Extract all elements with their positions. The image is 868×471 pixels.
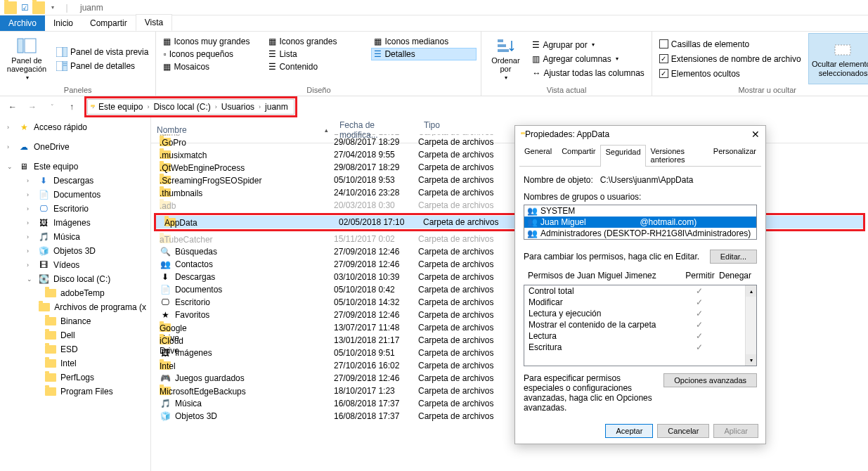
sort-by-button[interactable]: Ordenar por▾ bbox=[486, 33, 525, 84]
advanced-button[interactable]: Opciones avanzadas bbox=[663, 373, 757, 387]
group-current-view: Ordenar por▾ ☰Agrupar por▾ ▥Agregar colu… bbox=[481, 32, 652, 96]
scroll-up-icon[interactable]: ▴ bbox=[746, 285, 756, 297]
qat-dropdown-icon[interactable]: ▾ bbox=[46, 1, 59, 14]
checkbox-icon[interactable]: ☑ bbox=[18, 1, 31, 14]
layout-content[interactable]: ☰Contenido bbox=[266, 60, 371, 73]
nav-pane-button[interactable]: Panel de navegación ▾ bbox=[4, 33, 49, 84]
tree-folder-item[interactable]: PerfLogs bbox=[0, 370, 150, 385]
tree-pictures[interactable]: ›🖼Imágenes bbox=[0, 216, 150, 230]
tree-folder-item[interactable]: Intel bbox=[0, 356, 150, 370]
permissions-listbox[interactable]: Control total✓Modificar✓Lectura y ejecuc… bbox=[524, 285, 757, 366]
tree-documents[interactable]: ›📄Documentos bbox=[0, 188, 150, 202]
tree-folder-item[interactable]: Binance bbox=[0, 314, 150, 328]
tree-downloads[interactable]: ›⬇Descargas bbox=[0, 174, 150, 188]
folder-icon bbox=[32, 1, 45, 14]
ok-button[interactable]: Aceptar bbox=[605, 424, 653, 438]
permission-row: Mostrar el contenido de la carpeta✓ bbox=[524, 319, 756, 330]
breadcrumb-seg[interactable]: Disco local (C:) bbox=[150, 102, 213, 112]
up-button[interactable]: ↑ bbox=[65, 100, 79, 114]
cloud-icon: ☁ bbox=[18, 141, 30, 153]
star-icon: ★ bbox=[160, 309, 171, 321]
chevron-right-icon[interactable]: › bbox=[214, 103, 219, 110]
layout-tiles[interactable]: ▦Mosaicos bbox=[160, 60, 266, 73]
tab-file[interactable]: Archivo bbox=[0, 15, 45, 31]
svg-rect-11 bbox=[835, 45, 850, 55]
scrollbar[interactable]: ▴ ▾ bbox=[745, 285, 756, 366]
sort-asc-icon: ▴ bbox=[325, 127, 328, 134]
recent-dropdown[interactable]: ˅ bbox=[45, 100, 59, 114]
tab-home[interactable]: Inicio bbox=[45, 15, 82, 31]
layout-list[interactable]: ☰Lista bbox=[266, 48, 371, 60]
cancel-button[interactable]: Cancelar bbox=[657, 424, 709, 438]
permission-row: Lectura y ejecución✓ bbox=[524, 308, 756, 319]
folder-icon: aTubeCatcher bbox=[160, 233, 171, 245]
tree-folder-item[interactable]: adobeTemp bbox=[0, 286, 150, 300]
back-button[interactable]: ← bbox=[6, 100, 20, 114]
breadcrumb-seg[interactable]: Usuarios bbox=[219, 102, 257, 112]
window-title: juanm bbox=[80, 3, 103, 13]
filename-extensions[interactable]: Extensiones de nombre de archivo bbox=[656, 53, 804, 65]
layout-medium[interactable]: ▦Iconos medianos bbox=[371, 35, 477, 48]
music-icon: 🎵 bbox=[160, 398, 171, 409]
tree-videos[interactable]: ›🎞Vídeos bbox=[0, 258, 150, 272]
group-by-button[interactable]: ☰Agrupar por▾ bbox=[529, 39, 647, 51]
forward-button[interactable]: → bbox=[25, 100, 39, 114]
group-item[interactable]: 👥Administradores (DESKTOP-RH21G8I\Admini… bbox=[524, 228, 756, 239]
ribbon-tabs: Archivo Inicio Compartir Vista bbox=[0, 15, 868, 32]
chevron-right-icon[interactable]: › bbox=[145, 103, 150, 110]
music-icon: 🎵 bbox=[38, 231, 49, 243]
tree-3dobjects[interactable]: ›🧊Objetos 3D bbox=[0, 244, 150, 258]
tab-general[interactable]: General bbox=[519, 144, 557, 166]
tree-onedrive[interactable]: ›☁OneDrive bbox=[0, 140, 150, 154]
layout-large[interactable]: ▦Iconos grandes bbox=[266, 35, 371, 48]
tab-share[interactable]: Compartir bbox=[82, 15, 136, 31]
add-columns-button[interactable]: ▥Agregar columnas▾ bbox=[529, 53, 647, 65]
checkbox-icon bbox=[659, 69, 668, 78]
tab-customize[interactable]: Personalizar bbox=[708, 144, 761, 166]
tab-sharing[interactable]: Compartir bbox=[557, 144, 600, 166]
preview-pane-button[interactable]: Panel de vista previa bbox=[53, 46, 151, 58]
layout-xlarge[interactable]: ▦Iconos muy grandes bbox=[160, 35, 266, 48]
tree-this-pc[interactable]: ⌄🖥Este equipo bbox=[0, 160, 150, 174]
edit-button[interactable]: Editar... bbox=[710, 250, 757, 264]
tree-local-c[interactable]: ⌄💽Disco local (C:) bbox=[0, 272, 150, 286]
chevron-right-icon[interactable]: › bbox=[257, 103, 262, 110]
layout-small[interactable]: ▫Iconos pequeños bbox=[160, 48, 266, 60]
dialog-titlebar[interactable]: Propiedades: AppData ✕ bbox=[515, 126, 765, 143]
tree-folder-item[interactable]: Program Files bbox=[0, 385, 150, 399]
svg-rect-9 bbox=[498, 44, 506, 47]
tab-view[interactable]: Vista bbox=[136, 14, 172, 31]
download-icon: ⬇ bbox=[38, 175, 49, 186]
hidden-items[interactable]: Elementos ocultos bbox=[656, 67, 804, 80]
group-panels: Panel de navegación ▾ Panel de vista pre… bbox=[0, 32, 156, 96]
tree-music[interactable]: ›🎵Música bbox=[0, 230, 150, 244]
details-pane-button[interactable]: Panel de detalles bbox=[53, 60, 151, 72]
scroll-down-icon[interactable]: ▾ bbox=[746, 354, 756, 366]
fit-columns-button[interactable]: ↔Ajustar todas las columnas bbox=[529, 67, 647, 79]
group-item[interactable]: 👥Juan Miguel @hotmail.com) bbox=[524, 217, 756, 228]
breadcrumb-seg[interactable]: juanm bbox=[262, 102, 291, 112]
navigation-sidebar[interactable]: ›★Acceso rápido ›☁OneDrive ⌄🖥Este equipo… bbox=[0, 117, 151, 471]
address-bar[interactable]: › Este equipo › Disco local (C:) › Usuar… bbox=[87, 99, 294, 115]
layout-details[interactable]: ☰Detalles bbox=[371, 48, 477, 60]
tree-desktop[interactable]: ›🖵Escritorio bbox=[0, 202, 150, 216]
group-item[interactable]: 👥SYSTEM bbox=[524, 205, 756, 217]
breadcrumb-seg[interactable]: Este equipo bbox=[96, 102, 145, 112]
folder-icon bbox=[45, 358, 56, 369]
item-checkboxes[interactable]: Casillas de elemento bbox=[656, 38, 804, 51]
hide-selected-button[interactable]: Ocultar elementos seleccionados bbox=[808, 33, 868, 84]
preview-pane-icon bbox=[56, 47, 67, 57]
computer-icon: 🖥 bbox=[18, 161, 30, 172]
tree-folder-item[interactable]: ESD bbox=[0, 342, 150, 356]
tab-previous-versions[interactable]: Versiones anteriores bbox=[646, 144, 708, 166]
user-icon: 👥 bbox=[527, 228, 538, 238]
tree-quick-access[interactable]: ›★Acceso rápido bbox=[0, 120, 150, 134]
tab-security[interactable]: Seguridad bbox=[600, 145, 645, 167]
tree-folder-item[interactable]: Archivos de programa (x bbox=[0, 300, 150, 314]
close-button[interactable]: ✕ bbox=[751, 129, 760, 140]
docs-icon: 📄 bbox=[160, 284, 171, 295]
apply-button[interactable]: Aplicar bbox=[713, 424, 758, 438]
groups-listbox[interactable]: 👥SYSTEM👥Juan Miguel @hotmail.com)👥Admini… bbox=[524, 205, 757, 240]
nav-pane-icon bbox=[15, 37, 38, 55]
tree-folder-item[interactable]: Dell bbox=[0, 328, 150, 342]
